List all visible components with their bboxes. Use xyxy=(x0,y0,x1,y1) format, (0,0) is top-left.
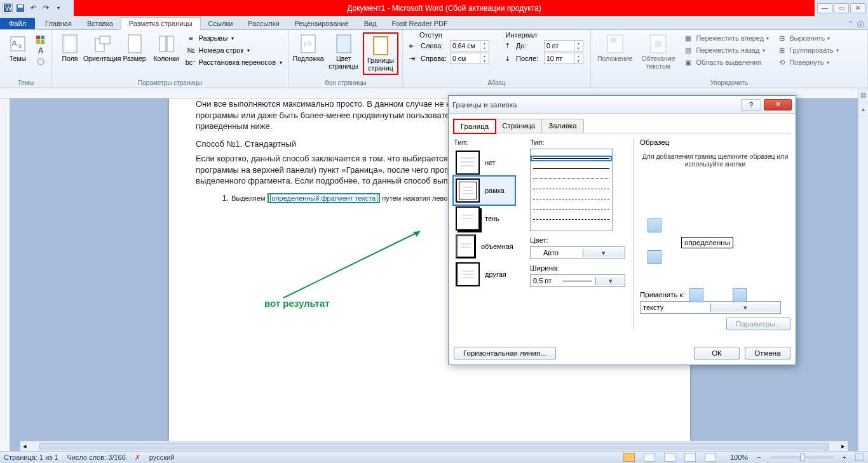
status-words[interactable]: Число слов: 3/166 xyxy=(67,453,126,461)
zoom-dialog-icon[interactable] xyxy=(855,453,864,461)
align-button[interactable]: ⊟Выровнять▾ xyxy=(775,32,841,44)
tab-review[interactable]: Рецензирование xyxy=(287,18,356,29)
breaks-icon: ≡ xyxy=(186,33,196,43)
dialog-help-button[interactable]: ? xyxy=(741,99,761,111)
ribbon-right-controls: ⌃ ⓘ xyxy=(848,20,868,29)
page-borders-icon xyxy=(370,36,391,56)
dialog-tab-border[interactable]: Граница xyxy=(454,119,496,133)
themes-button[interactable]: Aa Темы xyxy=(4,32,32,64)
indent-left-input[interactable]: ▴▾ xyxy=(450,40,489,51)
tab-insert[interactable]: Вставка xyxy=(79,18,121,29)
ribbon-minimize-icon[interactable]: ⌃ xyxy=(848,20,853,29)
type-shadow-icon xyxy=(456,206,480,231)
columns-button[interactable]: Колонки xyxy=(153,32,180,64)
margins-button[interactable]: Поля xyxy=(56,32,84,64)
green-annotation-box: определенный фрагмент текста xyxy=(268,193,381,203)
bring-forward-button[interactable]: ▦Переместить вперед▾ xyxy=(681,32,771,44)
type-shadow[interactable]: тень xyxy=(454,205,515,232)
position-button[interactable]: Положение xyxy=(595,32,635,64)
horizontal-line-button[interactable]: Горизонтальная линия... xyxy=(454,347,556,359)
save-icon[interactable] xyxy=(15,3,25,13)
status-zoom[interactable]: 100% xyxy=(730,453,748,461)
selection-pane-button[interactable]: ▣Область выделения xyxy=(681,57,771,68)
tab-home[interactable]: Главная xyxy=(37,18,79,29)
restore-button[interactable]: ▭ xyxy=(834,3,849,13)
close-button[interactable]: ✕ xyxy=(850,3,865,13)
orientation-button[interactable]: Ориентация xyxy=(88,32,117,64)
indent-heading: Отступ xyxy=(419,31,442,39)
border-right-button[interactable] xyxy=(733,288,747,302)
zoom-out-button[interactable]: − xyxy=(757,453,761,461)
indent-left-icon: ⇤ xyxy=(407,41,417,51)
rotate-button[interactable]: ⟲Повернуть▾ xyxy=(775,57,841,68)
spellcheck-icon[interactable]: ✗ xyxy=(135,453,140,462)
group-button[interactable]: ⊞Группировать▾ xyxy=(775,44,841,56)
status-language[interactable]: русский xyxy=(149,453,174,461)
watermark-button[interactable]: AaПодложка xyxy=(292,32,324,64)
cancel-button[interactable]: Отмена xyxy=(745,347,790,359)
border-top-button[interactable] xyxy=(648,218,661,232)
line-style-list[interactable] xyxy=(530,149,613,231)
border-left-button[interactable] xyxy=(689,288,703,302)
view-outline-button[interactable] xyxy=(684,453,696,462)
ruler-toggle-icon[interactable]: ▤ xyxy=(858,88,867,102)
dialog-close-button[interactable]: ✕ xyxy=(764,99,792,111)
type-box[interactable]: рамка xyxy=(454,177,515,205)
dialog-tab-page[interactable]: Страница xyxy=(495,119,542,133)
theme-colors-icon[interactable] xyxy=(36,35,46,45)
zoom-in-button[interactable]: + xyxy=(843,453,846,461)
breaks-button[interactable]: ≡Разрывы▾ xyxy=(184,32,284,44)
right-gutter: ▤ ▴ xyxy=(858,88,868,451)
vertical-ruler[interactable] xyxy=(0,98,10,451)
qat-dropdown-icon[interactable]: ▾ xyxy=(53,3,64,13)
view-web-button[interactable] xyxy=(664,453,675,462)
border-bottom-button[interactable] xyxy=(648,250,661,264)
type-custom[interactable]: другая xyxy=(454,260,515,288)
wrap-text-button[interactable]: Обтекание текстом xyxy=(639,32,678,71)
tab-foxit[interactable]: Foxit Reader PDF xyxy=(384,18,456,29)
color-combo[interactable]: Авто▾ xyxy=(530,246,625,259)
ok-button[interactable]: ОК xyxy=(694,347,740,359)
themes-icon: Aa xyxy=(8,34,28,54)
horizontal-scrollbar[interactable]: ◂▸ xyxy=(20,441,848,451)
view-fullscreen-button[interactable] xyxy=(644,453,655,462)
svg-rect-21 xyxy=(337,35,351,53)
indent-right-input[interactable]: ▴▾ xyxy=(450,53,489,64)
file-tab[interactable]: Файл xyxy=(0,18,35,29)
ribbon-tabs: Файл Главная Вставка Разметка страницы С… xyxy=(0,16,868,30)
tab-mailings[interactable]: Рассылки xyxy=(240,18,287,29)
dialog-tab-shading[interactable]: Заливка xyxy=(541,119,583,133)
word-app-icon: W xyxy=(3,3,13,13)
page-color-button[interactable]: Цвет страницы xyxy=(328,32,359,71)
bordered-text[interactable]: определенный фрагмент текста xyxy=(270,194,378,203)
theme-fonts-icon[interactable]: A xyxy=(36,46,46,56)
line-numbers-button[interactable]: №Номера строк▾ xyxy=(184,44,284,56)
hyphenation-button[interactable]: bc⁻Расстановка переносов▾ xyxy=(184,57,284,68)
help-icon[interactable]: ⓘ xyxy=(857,20,864,29)
theme-effects-icon[interactable] xyxy=(36,57,46,67)
tab-references[interactable]: Ссылки xyxy=(201,18,241,29)
undo-icon[interactable]: ↶ xyxy=(28,3,38,13)
tab-view[interactable]: Вид xyxy=(356,18,384,29)
redo-icon[interactable]: ↷ xyxy=(41,3,51,13)
minimize-button[interactable]: — xyxy=(817,3,832,13)
page-borders-button[interactable]: Границы страниц xyxy=(365,34,397,73)
status-page[interactable]: Страница: 1 из 1 xyxy=(4,453,58,461)
width-label: Ширина: xyxy=(530,264,625,272)
space-before-input[interactable]: ▴▾ xyxy=(544,40,583,51)
title-text: Документ1 - Microsoft Word (Сбой активац… xyxy=(74,0,815,16)
size-button[interactable]: Размер xyxy=(121,32,149,64)
scroll-up-icon[interactable]: ▴ xyxy=(858,102,867,116)
space-after-input[interactable]: ▴▾ xyxy=(544,53,583,64)
type-none[interactable]: нет xyxy=(454,149,515,177)
zoom-slider[interactable] xyxy=(770,456,834,459)
width-combo[interactable]: 0,5 пт▾ xyxy=(530,274,625,287)
dialog-titlebar[interactable]: Границы и заливка ? ✕ xyxy=(449,96,796,114)
tab-page-layout[interactable]: Разметка страницы xyxy=(121,17,201,30)
view-draft-button[interactable] xyxy=(705,453,716,462)
apply-to-combo[interactable]: тексту▾ xyxy=(640,301,781,314)
send-backward-button[interactable]: ▧Переместить назад▾ xyxy=(681,44,771,56)
view-print-layout-button[interactable] xyxy=(623,453,635,462)
watermark-icon: Aa xyxy=(298,34,318,54)
type-3d[interactable]: объемная xyxy=(454,232,515,260)
